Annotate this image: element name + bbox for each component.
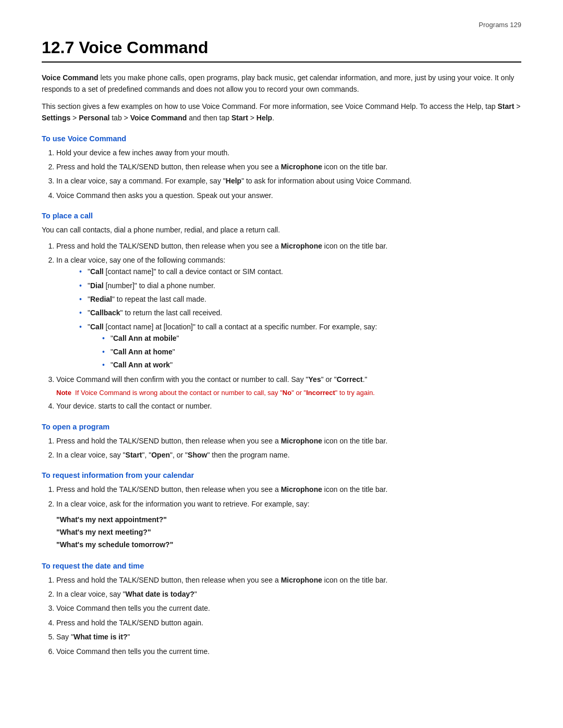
section-heading-calendar: To request information from your calenda… bbox=[42, 471, 521, 479]
section-place-call: To place a call You can call contacts, d… bbox=[42, 212, 521, 412]
section-heading-open-program: To open a program bbox=[42, 423, 521, 431]
intro-paragraph-1: Voice Command lets you make phone calls,… bbox=[42, 72, 521, 95]
example-line: "What's my next appointment?" bbox=[56, 514, 521, 526]
call-examples-list: "Call Ann at mobile" "Call Ann at home" … bbox=[102, 332, 521, 371]
example-line: "What's my next meeting?" bbox=[56, 526, 521, 539]
list-item: Press and hold the TALK/SEND button, the… bbox=[56, 435, 521, 447]
list-item: "Call [contact name] at [location]" to c… bbox=[79, 321, 521, 371]
list-item: Press and hold the TALK/SEND button, the… bbox=[56, 240, 521, 252]
example-line: "What's my schedule tomorrow?" bbox=[56, 539, 521, 551]
section-heading-place-call: To place a call bbox=[42, 212, 521, 220]
list-item: In a clear voice, say a command. For exa… bbox=[56, 175, 521, 187]
section-heading-date-time: To request the date and time bbox=[42, 562, 521, 570]
list-item: Hold your device a few inches away from … bbox=[56, 147, 521, 158]
list-item: Press and hold the TALK/SEND button, the… bbox=[56, 161, 521, 172]
calendar-info-list: Press and hold the TALK/SEND button, the… bbox=[56, 484, 521, 510]
note-label: Note bbox=[56, 389, 71, 397]
list-item: Press and hold the TALK/SEND button, the… bbox=[56, 574, 521, 586]
list-item: Your device. starts to call the contact … bbox=[56, 400, 521, 412]
list-item: "Callback" to return the last call recei… bbox=[79, 307, 521, 318]
list-item: "Call Ann at mobile" bbox=[102, 332, 521, 344]
use-voice-command-list: Hold your device a few inches away from … bbox=[56, 147, 521, 202]
list-item: Voice Command then asks you a question. … bbox=[56, 190, 521, 201]
list-item: In a clear voice, say "What date is toda… bbox=[56, 588, 521, 600]
list-item: Voice Command then tells you the current… bbox=[56, 602, 521, 614]
section-date-time: To request the date and time Press and h… bbox=[42, 562, 521, 657]
intro-paragraph-2: This section gives a few examples on how… bbox=[42, 101, 521, 124]
list-item: In a clear voice, say one of the followi… bbox=[56, 254, 521, 371]
section-heading-use: To use Voice Command bbox=[42, 134, 521, 143]
place-call-list: Press and hold the TALK/SEND button, the… bbox=[56, 240, 521, 412]
list-item: Press and hold the TALK/SEND button, the… bbox=[56, 484, 521, 495]
list-item: Press and hold the TALK/SEND button agai… bbox=[56, 617, 521, 628]
commands-list: "Call [contact name]" to call a device c… bbox=[79, 266, 521, 371]
page-title: 12.7 Voice Command bbox=[42, 38, 521, 63]
place-call-intro: You can call contacts, dial a phone numb… bbox=[42, 224, 521, 236]
list-item: Say "What time is it?" bbox=[56, 631, 521, 643]
list-item: "Redial" to repeat the last call made. bbox=[79, 293, 521, 305]
open-program-list: Press and hold the TALK/SEND button, the… bbox=[56, 435, 521, 461]
page-number: Programs 129 bbox=[42, 21, 521, 29]
list-item: Voice Command will then confirm with you… bbox=[56, 374, 521, 398]
date-time-list: Press and hold the TALK/SEND button, the… bbox=[56, 574, 521, 657]
list-item: In a clear voice, say "Start", "Open", o… bbox=[56, 449, 521, 461]
list-item: "Call Ann at work" bbox=[102, 359, 521, 371]
list-item: "Dial [number]" to dial a phone number. bbox=[79, 280, 521, 291]
section-calendar-info: To request information from your calenda… bbox=[42, 471, 521, 551]
list-item: Voice Command then tells you the current… bbox=[56, 646, 521, 657]
note-line: Note If Voice Command is wrong about the… bbox=[56, 388, 521, 398]
list-item: "Call Ann at home" bbox=[102, 346, 521, 357]
list-item: "Call [contact name]" to call a device c… bbox=[79, 266, 521, 277]
section-use-voice-command: To use Voice Command Hold your device a … bbox=[42, 134, 521, 202]
calendar-examples: "What's my next appointment?" "What's my… bbox=[56, 514, 521, 551]
list-item: In a clear voice, ask for the informatio… bbox=[56, 498, 521, 510]
section-open-program: To open a program Press and hold the TAL… bbox=[42, 423, 521, 461]
